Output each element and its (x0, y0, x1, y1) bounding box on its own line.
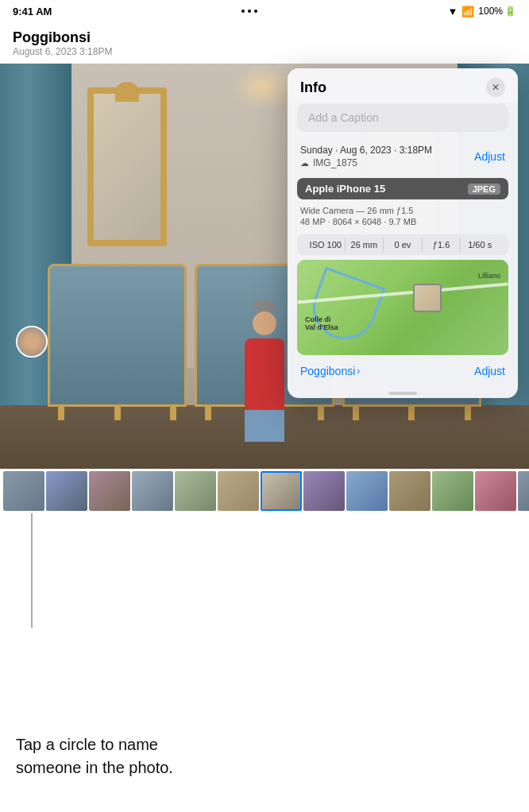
bench-leg (465, 404, 471, 420)
info-panel-header: Info ✕ (288, 68, 518, 103)
thumbnail-strip (0, 469, 529, 513)
status-right: ▼ 📶 100% 🔋 (447, 6, 516, 17)
map-label-colle: Colle diVal d'Elsa (305, 315, 338, 331)
exif-focal: 26 mm (346, 238, 384, 252)
drag-indicator (288, 385, 518, 398)
status-dot-2 (248, 10, 251, 13)
thumb-10[interactable] (389, 471, 431, 511)
bench-left (48, 264, 187, 407)
spec-line-2: 48 MP · 8064 × 6048 · 9.7 MB (300, 217, 505, 226)
person-in-photo (241, 304, 288, 407)
thumb-5[interactable] (175, 471, 216, 511)
person-head (253, 311, 276, 335)
exif-iso: ISO 100 (307, 238, 346, 252)
map-label-lilliano: Lilliano (478, 272, 500, 280)
format-badge: JPEG (468, 184, 500, 195)
map-pin-photo (415, 285, 440, 311)
thumb-2[interactable] (46, 471, 87, 511)
filename: IMG_1875 (313, 157, 357, 168)
map-terrain: Colle diVal d'Elsa Lilliano (297, 260, 508, 355)
cloud-icon: ☁ (300, 158, 309, 168)
person-body (245, 338, 284, 410)
location-title: Poggibonsi (13, 29, 112, 46)
exif-shutter: 1/60 s (461, 238, 499, 252)
filename-row: ☁ IMG_1875 (300, 157, 432, 168)
close-info-button[interactable]: ✕ (486, 78, 505, 97)
thumb-9[interactable] (346, 471, 388, 511)
status-bar: 9:41 AM ▼ 📶 100% 🔋 (0, 0, 529, 22)
thumb-4[interactable] (132, 471, 173, 511)
location-adjust-button[interactable]: Adjust (474, 365, 505, 377)
date-text: Sunday · Aug 6, 2023 · 3:18PM (300, 145, 432, 156)
bench-legs-left (58, 404, 176, 420)
bench-leg (318, 404, 324, 420)
bench-legs-right (353, 404, 471, 420)
status-dot-3 (254, 10, 257, 13)
camera-specs: Wide Camera — 26 mm ƒ1.5 48 MP · 8064 × … (288, 203, 518, 231)
device-row: Apple iPhone 15 JPEG (297, 178, 508, 199)
thumb-3[interactable] (89, 471, 130, 511)
status-dot-1 (241, 10, 245, 13)
bench-leg (205, 404, 211, 420)
mirror-left (87, 87, 167, 246)
header-title: Poggibonsi August 6, 2023 3:18PM (13, 29, 112, 57)
caption-field[interactable]: Add a Caption (297, 103, 508, 132)
bench-leg (58, 404, 64, 420)
mirror-frame-deco-left (115, 82, 139, 102)
info-panel: Info ✕ Add a Caption Sunday · Aug 6, 202… (288, 68, 518, 398)
map-container[interactable]: Colle diVal d'Elsa Lilliano (297, 260, 508, 355)
thumb-8[interactable] (303, 471, 345, 511)
bottom-instruction-text: Tap a circle to namesomeone in the photo… (16, 733, 173, 779)
face-recognition-circle[interactable] (16, 326, 48, 358)
signal-icon: 📶 (461, 6, 474, 17)
map-river (304, 267, 386, 349)
device-name: Apple iPhone 15 (305, 183, 385, 195)
thumb-11[interactable] (432, 471, 473, 511)
exif-ev: 0 ev (384, 238, 423, 252)
thumb-12[interactable] (475, 471, 516, 511)
caption-placeholder: Add a Caption (308, 111, 379, 124)
spec-line-1: Wide Camera — 26 mm ƒ1.5 (300, 206, 505, 215)
date-row: Sunday · Aug 6, 2023 · 3:18PM ☁ IMG_1875… (288, 140, 518, 173)
map-pin (413, 284, 442, 312)
bench-leg (353, 404, 359, 420)
photo-date: August 6, 2023 3:18PM (13, 46, 112, 57)
battery-icon: 100% 🔋 (478, 6, 516, 17)
exif-aperture: ƒ1.6 (423, 238, 461, 252)
chandelier (233, 64, 296, 111)
person-pants (245, 410, 284, 442)
date-adjust-button[interactable]: Adjust (474, 150, 505, 163)
photo-header: Poggibonsi August 6, 2023 3:18PM (0, 22, 529, 64)
date-info: Sunday · Aug 6, 2023 · 3:18PM ☁ IMG_1875 (300, 145, 432, 168)
chevron-right-icon: › (357, 365, 360, 377)
thumb-1[interactable] (3, 471, 44, 511)
info-title: Info (300, 79, 326, 96)
thumb-6[interactable] (218, 471, 259, 511)
bench-leg (170, 404, 176, 420)
bench-leg (114, 404, 121, 420)
location-row: Poggibonsi › Adjust (288, 360, 518, 385)
location-name: Poggibonsi (300, 365, 355, 377)
status-center (241, 10, 257, 13)
drag-bar (388, 392, 417, 395)
bottom-instruction-area: Tap a circle to namesomeone in the photo… (0, 701, 529, 812)
status-time: 9:41 AM (13, 6, 52, 17)
thumb-7-selected[interactable] (261, 471, 302, 511)
thumb-13[interactable] (518, 471, 529, 511)
wifi-icon: ▼ (447, 6, 458, 17)
face-avatar (17, 327, 46, 356)
location-link[interactable]: Poggibonsi › (300, 365, 360, 377)
bench-leg (408, 404, 415, 420)
person-hair (253, 300, 276, 311)
exif-row: ISO 100 26 mm 0 ev ƒ1.6 1/60 s (297, 234, 508, 255)
